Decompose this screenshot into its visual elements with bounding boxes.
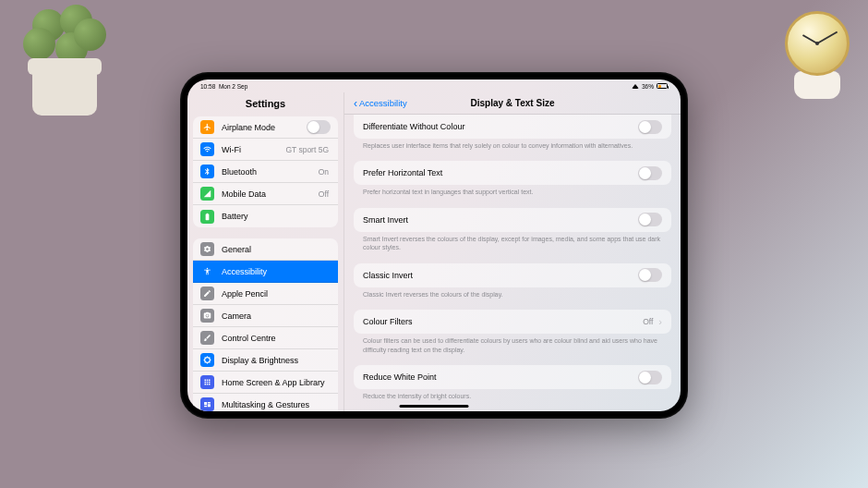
sidebar-item-value: GT sport 5G	[285, 145, 329, 154]
toggle[interactable]	[638, 268, 662, 282]
screen: 10:58 Mon 2 Sep 36% Settings Airplane Mo…	[187, 79, 681, 411]
setting-footer: Replaces user interface items that rely …	[354, 139, 671, 157]
toggle[interactable]	[638, 213, 662, 226]
sidebar-item-bluetooth[interactable]: BluetoothOn	[193, 161, 338, 183]
setting-value: Off	[643, 317, 653, 326]
sidebar-item-label: Multitasking & Gestures	[222, 400, 331, 409]
sidebar-item-label: Wi-Fi	[222, 145, 285, 154]
battery-icon	[657, 83, 668, 89]
control-icon	[200, 331, 214, 345]
setting-row-reduce-white-point[interactable]: Reduce White Point	[354, 365, 671, 389]
accessibility-icon	[200, 264, 214, 278]
battery-percent: 36%	[642, 83, 654, 90]
battery-icon	[200, 210, 214, 224]
decor-plant	[18, 5, 111, 116]
sidebar-item-label: Mobile Data	[222, 189, 319, 199]
airplane-icon	[200, 120, 214, 134]
detail-header: ‹ Accessibility Display & Text Size	[344, 92, 681, 115]
detail-group: Classic Invert	[354, 263, 671, 287]
sidebar-scroll[interactable]: Airplane ModeWi-FiGT sport 5GBluetoothOn…	[187, 116, 344, 411]
sidebar-item-multitasking-gestures[interactable]: Multitasking & Gestures	[193, 394, 338, 411]
sidebar-group-general: GeneralAccessibilityApple PencilCameraCo…	[193, 238, 338, 411]
sidebar-item-battery[interactable]: Battery	[193, 205, 338, 227]
sidebar-item-label: Display & Brightness	[222, 356, 331, 365]
status-time: 10:58	[200, 83, 215, 90]
setting-row-colour-filters[interactable]: Colour FiltersOff›	[354, 310, 671, 334]
sidebar-item-accessibility[interactable]: Accessibility	[193, 261, 338, 283]
wifi-status-icon	[632, 84, 639, 89]
status-bar: 10:58 Mon 2 Sep 36%	[187, 79, 681, 92]
setting-row-differentiate-without-colour[interactable]: Differentiate Without Colour	[354, 115, 671, 139]
detail-scroll[interactable]: Differentiate Without ColourReplaces use…	[344, 115, 681, 411]
wifi-icon	[200, 142, 214, 156]
sidebar-item-value: Off	[319, 189, 329, 199]
sidebar-item-display-brightness[interactable]: Display & Brightness	[193, 349, 338, 372]
toggle[interactable]	[638, 120, 662, 134]
sidebar-item-mobile-data[interactable]: Mobile DataOff	[193, 183, 338, 205]
sidebar-item-label: Camera	[222, 311, 331, 321]
sidebar-item-general[interactable]: General	[193, 238, 338, 261]
settings-sidebar: Settings Airplane ModeWi-FiGT sport 5GBl…	[187, 92, 344, 411]
chevron-left-icon: ‹	[354, 98, 357, 109]
decor-clock	[785, 11, 850, 99]
detail-group: Reduce White Point	[354, 365, 671, 389]
sidebar-item-home-screen-app-library[interactable]: Home Screen & App Library	[193, 372, 338, 394]
sidebar-item-camera[interactable]: Camera	[193, 305, 338, 327]
setting-label: Classic Invert	[363, 271, 638, 280]
sidebar-item-control-centre[interactable]: Control Centre	[193, 327, 338, 349]
sidebar-item-label: Airplane Mode	[222, 123, 307, 132]
setting-label: Smart Invert	[363, 215, 638, 225]
sidebar-item-label: Control Centre	[222, 334, 331, 343]
detail-group: Colour FiltersOff›	[354, 310, 671, 334]
multi-icon	[200, 397, 214, 411]
pencil-icon	[200, 287, 214, 300]
setting-row-prefer-horizontal-text[interactable]: Prefer Horizontal Text	[354, 161, 671, 185]
setting-row-smart-invert[interactable]: Smart Invert	[354, 208, 671, 232]
detail-group: Prefer Horizontal Text	[354, 161, 671, 185]
detail-pane: ‹ Accessibility Display & Text Size Diff…	[344, 92, 681, 411]
toggle-airplane[interactable]	[307, 120, 331, 134]
status-right: 36%	[632, 83, 668, 90]
setting-row-classic-invert[interactable]: Classic Invert	[354, 263, 671, 287]
sidebar-item-label: Bluetooth	[222, 167, 319, 177]
toggle[interactable]	[638, 371, 662, 384]
sidebar-item-apple-pencil[interactable]: Apple Pencil	[193, 283, 338, 305]
sidebar-item-airplane-mode[interactable]: Airplane Mode	[193, 116, 338, 139]
status-left: 10:58 Mon 2 Sep	[200, 83, 247, 90]
setting-label: Colour Filters	[363, 317, 643, 326]
ipad-device: 10:58 Mon 2 Sep 36% Settings Airplane Mo…	[180, 72, 688, 419]
status-date: Mon 2 Sep	[219, 83, 247, 90]
bluetooth-icon	[200, 165, 214, 178]
detail-group: Smart Invert	[354, 208, 671, 232]
sidebar-item-label: Apple Pencil	[222, 289, 331, 299]
sidebar-item-label: Accessibility	[222, 267, 331, 276]
camera-icon	[200, 309, 214, 323]
mobiledata-icon	[200, 187, 214, 201]
sidebar-item-label: Battery	[222, 212, 331, 221]
setting-footer: Smart Invert reverses the colours of the…	[354, 232, 671, 260]
display-icon	[200, 353, 214, 367]
setting-footer: Prefer horizontal text in languages that…	[354, 185, 671, 203]
setting-label: Prefer Horizontal Text	[363, 168, 638, 177]
general-icon	[200, 242, 214, 256]
sidebar-group-connectivity: Airplane ModeWi-FiGT sport 5GBluetoothOn…	[193, 116, 338, 227]
sidebar-title: Settings	[187, 92, 344, 116]
detail-group: Differentiate Without Colour	[354, 115, 671, 139]
chevron-right-icon: ›	[658, 316, 662, 327]
sidebar-item-wi-fi[interactable]: Wi-FiGT sport 5G	[193, 139, 338, 161]
sidebar-item-label: Home Screen & App Library	[222, 378, 331, 387]
setting-footer: Classic Invert reverses the colours of t…	[354, 287, 671, 306]
toggle[interactable]	[638, 166, 662, 180]
back-label: Accessibility	[359, 98, 407, 108]
home-indicator[interactable]	[400, 405, 469, 408]
page-title: Display & Text Size	[471, 98, 555, 108]
setting-label: Reduce White Point	[363, 372, 638, 382]
setting-label: Differentiate Without Colour	[363, 122, 638, 131]
back-button[interactable]: ‹ Accessibility	[354, 98, 407, 109]
sidebar-item-label: General	[222, 245, 331, 254]
sidebar-item-value: On	[319, 167, 329, 177]
home-icon	[200, 375, 214, 389]
setting-footer: Colour filters can be used to differenti…	[354, 334, 671, 361]
